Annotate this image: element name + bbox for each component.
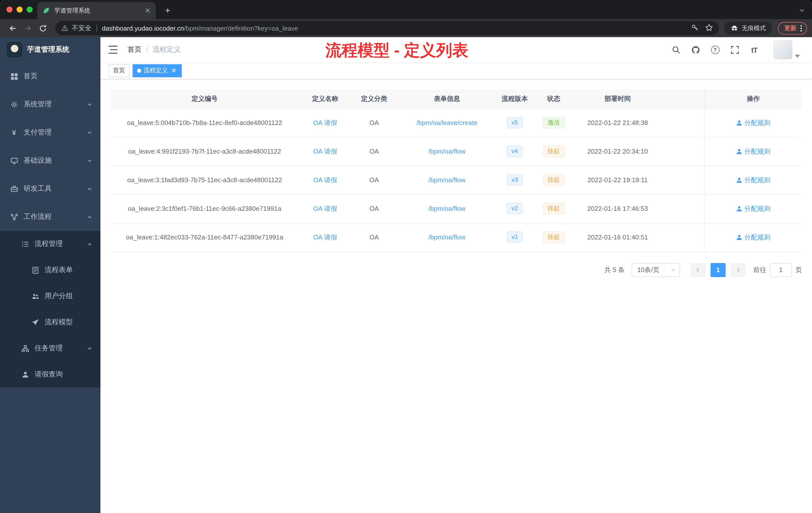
tab-close-icon[interactable]: ✕ — [144, 6, 152, 14]
form-link[interactable]: /bpm/oa/flow — [428, 233, 465, 241]
browser-toolbar: 不安全 dashboard.yudao.iocoder.cn/bpm/manag… — [0, 19, 812, 37]
assign-rule-link[interactable]: 分配规则 — [736, 118, 771, 127]
navbar-actions: ?tT — [670, 40, 800, 59]
bookmark-star-icon[interactable] — [705, 23, 713, 33]
window-minimize-button[interactable] — [17, 6, 23, 12]
user-menu[interactable] — [773, 40, 800, 59]
sidebar-item-user-group[interactable]: 用户分组 — [0, 283, 100, 309]
tag-active-dot — [137, 68, 141, 72]
tab-search-icon[interactable] — [799, 2, 805, 19]
browser-window: 芋道管理系统 ✕ + 不安全 dashboard.yudao.iocoder.c… — [0, 0, 812, 513]
status-badge: 激活 — [543, 117, 565, 128]
sidebar-item-label: 流程表单 — [45, 266, 73, 275]
tag-close-icon[interactable]: ✕ — [170, 67, 177, 74]
sidebar-item-home[interactable]: 首页 — [0, 62, 100, 90]
url-host: dashboard.yudao.iocoder.cn — [102, 24, 184, 32]
page-size-select[interactable]: 10条/页 — [632, 263, 680, 277]
list-icon — [21, 240, 29, 248]
sidebar-menu: 首页系统管理¥支付管理基础设施研发工具工作流程流程管理流程表单用户分组流程模型任… — [0, 62, 100, 388]
reload-icon[interactable] — [35, 21, 50, 35]
sidebar-item-leave-query[interactable]: 请假查询 — [0, 361, 100, 388]
tab-title: 芋道管理系统 — [54, 6, 140, 15]
column-header: 状态 — [532, 89, 575, 109]
browser-menu-kebab-icon[interactable] — [801, 25, 802, 31]
definition-id: oa_leave:3:1fad3d93-7b75-11ec-a3c8-acde4… — [111, 165, 299, 194]
column-header: 定义编号 — [111, 89, 299, 109]
version-badge: v4 — [506, 146, 523, 157]
tag-label: 流程定义 — [144, 66, 168, 75]
next-page-button[interactable] — [731, 263, 746, 277]
assign-rule-link[interactable]: 分配规则 — [736, 204, 771, 213]
sidebar-item-infrastructure[interactable]: 基础设施 — [0, 147, 100, 175]
sidebar-item-process-model[interactable]: 流程模型 — [0, 309, 100, 335]
tag-process-definition[interactable]: 流程定义✕ — [133, 64, 182, 77]
form-link[interactable]: /bpm/oa/flow — [428, 205, 465, 212]
page-number-button[interactable]: 1 — [710, 263, 726, 277]
incognito-label: 无痕模式 — [742, 24, 766, 32]
definition-name-link[interactable]: OA 请假 — [313, 147, 337, 155]
breadcrumb-separator: / — [146, 46, 148, 54]
prev-page-button[interactable] — [691, 263, 705, 277]
definition-name-link[interactable]: OA 请假 — [313, 119, 337, 126]
sidebar-logo[interactable]: 芋道管理系统 — [0, 37, 100, 62]
send-icon — [31, 318, 39, 326]
sidebar-item-devtools[interactable]: 研发工具 — [0, 175, 100, 203]
assign-rule-label: 分配规则 — [745, 147, 771, 156]
chevron-down-icon — [670, 267, 676, 273]
table-row: oa_leave:4:991f2193-7b7f-11ec-a3c8-acde4… — [111, 137, 802, 165]
user-icon — [736, 120, 743, 126]
spacer-cell — [660, 223, 704, 251]
tag-home[interactable]: 首页 — [109, 64, 129, 77]
security-label[interactable]: 不安全 — [72, 24, 91, 33]
sidebar-item-process-manage[interactable]: 流程管理 — [0, 231, 100, 257]
window-zoom-button[interactable] — [27, 6, 33, 12]
form-link[interactable]: /bpm/oa/flow — [428, 148, 465, 155]
window-close-button[interactable] — [6, 6, 12, 12]
browser-update-button[interactable]: 更新 — [778, 22, 807, 34]
sidebar-item-label: 用户分组 — [45, 292, 73, 301]
sidebar-item-workflow[interactable]: 工作流程 — [0, 203, 100, 231]
help-icon[interactable]: ? — [709, 44, 721, 55]
form-link[interactable]: /bpm/oa/flow — [428, 176, 465, 184]
chevron-down-icon — [87, 102, 92, 107]
goto-suffix: 页 — [795, 265, 802, 274]
column-header: 表单信息 — [397, 89, 497, 109]
table-row: oa_leave:1:482ec033-762a-11ec-8477-a2380… — [111, 223, 802, 251]
definition-name-link[interactable]: OA 请假 — [313, 233, 337, 241]
definition-name-link[interactable]: OA 请假 — [313, 205, 337, 212]
definition-id: oa_leave:1:482ec033-762a-11ec-8477-a2380… — [111, 223, 299, 251]
definition-name-link[interactable]: OA 请假 — [313, 176, 337, 183]
assign-rule-link[interactable]: 分配规则 — [736, 147, 771, 156]
breadcrumb: 首页/流程定义 — [127, 45, 181, 54]
user-icon — [736, 148, 743, 154]
avatar[interactable] — [773, 40, 792, 59]
back-icon[interactable] — [5, 21, 20, 35]
new-tab-button[interactable]: + — [161, 2, 175, 19]
column-spacer — [660, 89, 704, 109]
hamburger-icon[interactable] — [100, 37, 125, 62]
browser-tab[interactable]: 芋道管理系统 ✕ — [37, 2, 156, 19]
breadcrumb-item[interactable]: 首页 — [127, 45, 142, 54]
github-icon[interactable] — [690, 44, 701, 55]
form-link[interactable]: /bpm/oa/leave/create — [416, 119, 477, 126]
sidebar-item-system[interactable]: 系统管理 — [0, 90, 100, 118]
top-navbar: 首页/流程定义 流程模型 - 定义列表 ?tT — [100, 37, 812, 62]
assign-rule-link[interactable]: 分配规则 — [736, 233, 771, 242]
toolbox-icon — [10, 185, 18, 193]
sidebar-item-payment[interactable]: ¥支付管理 — [0, 118, 100, 147]
not-secure-warning-icon — [61, 25, 68, 32]
logo-avatar — [7, 42, 22, 57]
status-badge: 挂起 — [543, 146, 565, 157]
fullscreen-icon[interactable] — [729, 44, 740, 55]
sidebar-item-process-form[interactable]: 流程表单 — [0, 257, 100, 283]
search-icon[interactable] — [670, 44, 682, 55]
password-key-icon[interactable] — [691, 23, 699, 33]
user-icon — [736, 234, 743, 240]
goto-page-input[interactable] — [770, 263, 792, 277]
assign-rule-link[interactable]: 分配规则 — [736, 175, 771, 184]
address-bar[interactable]: 不安全 dashboard.yudao.iocoder.cn/bpm/manag… — [55, 21, 719, 35]
sidebar-item-task-manage[interactable]: 任务管理 — [0, 335, 100, 361]
definition-id: oa_leave:2:3c1f0ef1-76b1-11ec-9c66-a2380… — [111, 194, 299, 223]
font-size-icon[interactable]: tT — [749, 44, 760, 55]
forward-icon[interactable] — [20, 21, 35, 35]
